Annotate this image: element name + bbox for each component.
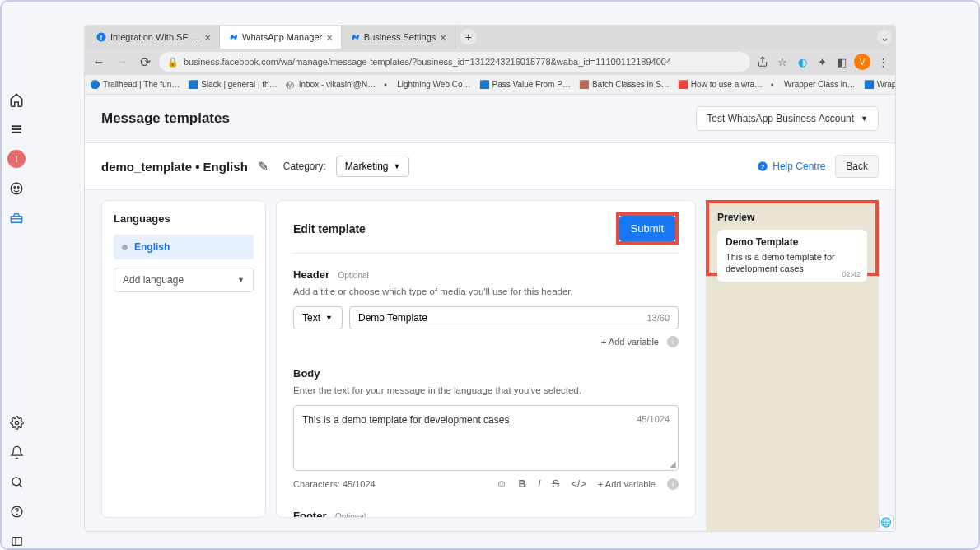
optional-badge: Optional bbox=[335, 512, 366, 518]
help-icon: ? bbox=[757, 161, 768, 172]
bold-icon[interactable]: B bbox=[518, 478, 525, 490]
bookmark-item[interactable]: 🟥How to use a wra… bbox=[678, 80, 763, 90]
info-icon[interactable]: i bbox=[667, 478, 679, 490]
body-counter: 45/1024 bbox=[637, 414, 670, 462]
bookmark-item[interactable]: 🟦Wrapper Class In… bbox=[864, 80, 896, 90]
user-avatar[interactable]: T bbox=[7, 150, 26, 168]
lock-icon: 🔒 bbox=[167, 57, 179, 68]
edit-template-panel: Edit template Submit Header Optional Add… bbox=[276, 200, 696, 518]
preview-title: Preview bbox=[717, 212, 867, 223]
meta-icon bbox=[350, 32, 360, 42]
share-icon[interactable] bbox=[755, 54, 770, 69]
more-icon[interactable]: ⋮ bbox=[875, 54, 890, 69]
preview-timestamp: 02:42 bbox=[842, 270, 861, 278]
submit-button[interactable]: Submit bbox=[619, 216, 675, 241]
extensions-icon[interactable]: ✦ bbox=[814, 54, 829, 69]
characters-count: Characters: 45/1024 bbox=[293, 479, 376, 489]
preview-background bbox=[706, 276, 879, 531]
bell-icon[interactable] bbox=[7, 443, 26, 461]
browser-tabs: f Integration With SF - WhatsA... × What… bbox=[85, 26, 895, 49]
collapse-icon[interactable] bbox=[7, 532, 26, 550]
preview-card-title: Demo Template bbox=[726, 236, 859, 248]
close-icon[interactable]: × bbox=[440, 31, 446, 44]
browser-tab[interactable]: WhatsApp Manager × bbox=[220, 26, 342, 49]
help-icon[interactable] bbox=[7, 502, 26, 520]
submit-highlight: Submit bbox=[616, 212, 679, 245]
preview-panel: Preview Demo Template This is a demo tem… bbox=[706, 200, 879, 276]
emoji-icon[interactable] bbox=[7, 179, 26, 198]
resize-handle-icon[interactable]: ◢ bbox=[670, 459, 676, 468]
info-icon[interactable]: i bbox=[667, 336, 679, 347]
back-button[interactable]: Back bbox=[835, 155, 879, 178]
url-bar[interactable]: 🔒 business.facebook.com/wa/manage/messag… bbox=[159, 52, 750, 72]
bookmark-item[interactable]: 🟫Batch Classes in S… bbox=[579, 80, 670, 90]
meta-icon bbox=[228, 32, 238, 42]
body-textarea[interactable]: This is a demo template for development … bbox=[293, 405, 679, 471]
bookmark-item[interactable]: ▪Wrapper Class in… bbox=[771, 80, 856, 90]
preview-card-body: This is a demo template for development … bbox=[726, 251, 859, 275]
panel-icon[interactable]: ◧ bbox=[834, 54, 849, 69]
globe-icon[interactable]: 🌐 bbox=[879, 515, 894, 529]
browser-tab[interactable]: f Integration With SF - WhatsA... × bbox=[88, 26, 220, 49]
bookmark-item[interactable]: ⓂInbox - vikasini@N… bbox=[286, 80, 376, 90]
chevron-down-icon: ▼ bbox=[394, 162, 401, 170]
account-selector[interactable]: Test WhatsApp Business Account ▼ bbox=[696, 106, 879, 131]
add-language-select[interactable]: Add language ▼ bbox=[114, 268, 254, 292]
code-icon[interactable]: </> bbox=[571, 478, 586, 490]
facebook-icon: f bbox=[96, 32, 106, 42]
bookmark-item[interactable]: 🟦Pass Value From P… bbox=[479, 80, 571, 90]
back-button[interactable]: ← bbox=[90, 53, 108, 71]
language-item[interactable]: English bbox=[114, 235, 254, 259]
close-icon[interactable]: × bbox=[326, 31, 333, 44]
home-icon[interactable] bbox=[7, 91, 26, 109]
help-centre-link[interactable]: ? Help Centre bbox=[757, 161, 825, 172]
settings-icon[interactable] bbox=[7, 413, 26, 431]
tab-title: Integration With SF - WhatsA... bbox=[110, 32, 200, 42]
svg-point-12 bbox=[16, 514, 16, 515]
svg-point-3 bbox=[11, 183, 22, 194]
browser-toolbar: ← → ⟳ 🔒 business.facebook.com/wa/manage/… bbox=[85, 49, 895, 75]
add-variable-button[interactable]: + Add variable bbox=[601, 337, 659, 347]
bookmark-item[interactable]: ▪Lightning Web Co… bbox=[384, 80, 470, 90]
bookmark-item[interactable]: 🟦Slack | general | th… bbox=[188, 80, 277, 90]
chevron-down-icon: ▼ bbox=[861, 114, 868, 123]
footer-label: Footer bbox=[293, 510, 326, 518]
tab-title: Business Settings bbox=[364, 32, 436, 42]
star-icon[interactable]: ☆ bbox=[775, 54, 790, 69]
tab-title: WhatsApp Manager bbox=[242, 32, 322, 42]
svg-rect-6 bbox=[11, 217, 22, 223]
edit-icon[interactable]: ✎ bbox=[258, 159, 268, 175]
forward-button[interactable]: → bbox=[113, 53, 131, 71]
category-label: Category: bbox=[283, 161, 326, 172]
header-text-input[interactable]: Demo Template 13/60 bbox=[349, 306, 679, 329]
toolbox-icon[interactable] bbox=[7, 209, 26, 227]
svg-point-4 bbox=[14, 187, 16, 189]
preview-message-card: Demo Template This is a demo template fo… bbox=[717, 230, 867, 282]
strikethrough-icon[interactable]: S bbox=[553, 478, 560, 490]
body-help-text: Enter the text for your message in the l… bbox=[293, 385, 679, 395]
chevron-down-icon[interactable]: ⌄ bbox=[877, 30, 892, 44]
svg-line-10 bbox=[19, 484, 21, 487]
svg-point-5 bbox=[18, 187, 20, 189]
reload-button[interactable]: ⟳ bbox=[136, 53, 154, 71]
italic-icon[interactable]: I bbox=[538, 478, 541, 490]
category-select[interactable]: Marketing ▼ bbox=[336, 156, 410, 177]
chevron-down-icon: ▼ bbox=[237, 276, 245, 284]
bookmarks-bar: 🔵Trailhead | The fun… 🟦Slack | general |… bbox=[85, 75, 895, 95]
header-label: Header bbox=[293, 268, 329, 281]
add-variable-button[interactable]: + Add variable bbox=[598, 479, 656, 489]
browser-tab[interactable]: Business Settings × bbox=[342, 26, 455, 49]
header-type-select[interactable]: Text ▼ bbox=[293, 306, 343, 329]
profile-avatar[interactable]: V bbox=[854, 54, 870, 70]
new-tab-button[interactable]: + bbox=[460, 29, 477, 45]
bookmark-item[interactable]: 🔵Trailhead | The fun… bbox=[90, 80, 180, 90]
header-counter: 13/60 bbox=[646, 313, 670, 323]
close-icon[interactable]: × bbox=[204, 31, 211, 44]
chevron-down-icon: ▼ bbox=[325, 314, 333, 322]
status-dot-icon bbox=[122, 245, 128, 250]
emoji-icon[interactable]: ☺ bbox=[496, 478, 506, 490]
shield-icon[interactable]: ◐ bbox=[795, 54, 810, 69]
menu-icon[interactable] bbox=[7, 120, 26, 138]
languages-panel: Languages English Add language ▼ bbox=[101, 200, 266, 518]
search-icon[interactable] bbox=[7, 473, 26, 491]
